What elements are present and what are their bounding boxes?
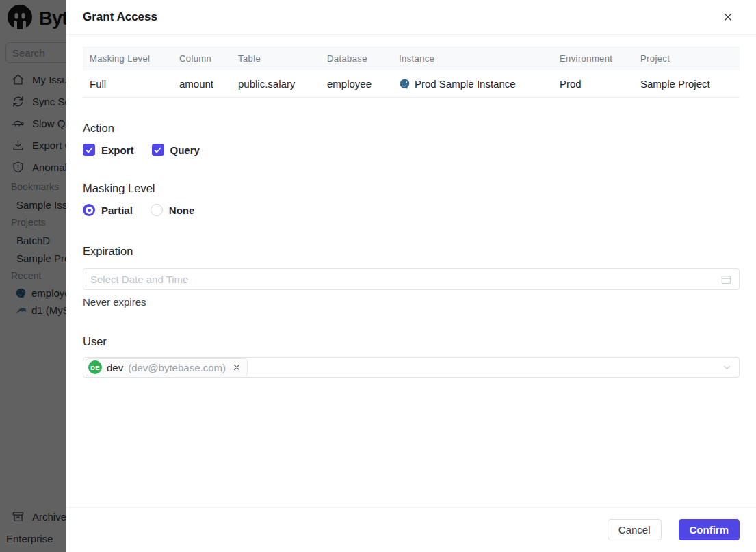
col-table: Table	[230, 47, 319, 70]
cell-masking-level: Full	[83, 70, 171, 98]
col-database: Database	[319, 47, 391, 70]
modal-footer: Cancel Confirm	[66, 507, 756, 552]
postgresql-icon	[399, 78, 410, 90]
expiration-date-input[interactable]	[83, 268, 740, 290]
user-select[interactable]: DE dev (dev@bytebase.com)	[83, 357, 740, 378]
col-project: Project	[632, 47, 740, 70]
modal-header: Grant Access	[66, 0, 756, 35]
date-time-field[interactable]	[90, 274, 720, 285]
col-environment: Environment	[551, 47, 632, 70]
user-heading: User	[83, 335, 740, 348]
export-checkbox[interactable]: Export	[83, 144, 134, 156]
checkbox-checked-icon	[83, 144, 95, 156]
partial-radio[interactable]: Partial	[83, 204, 133, 216]
cell-column: amount	[171, 70, 230, 98]
modal-title: Grant Access	[83, 10, 157, 24]
action-options: Export Query	[83, 144, 740, 156]
remove-user-icon[interactable]	[232, 363, 242, 372]
confirm-button[interactable]: Confirm	[679, 519, 740, 540]
table-row: Full amount public.salary employee Prod …	[83, 70, 740, 98]
never-expires-note: Never expires	[83, 296, 740, 308]
col-column: Column	[171, 47, 230, 70]
checkbox-checked-icon	[152, 144, 164, 156]
radio-checked-icon	[83, 204, 95, 216]
query-checkbox[interactable]: Query	[152, 144, 200, 156]
cancel-button[interactable]: Cancel	[608, 519, 662, 540]
cell-table: public.salary	[230, 70, 319, 98]
cell-environment: Prod	[551, 70, 632, 98]
chevron-down-icon[interactable]	[722, 363, 732, 373]
expiration-heading: Expiration	[83, 245, 740, 258]
modal-body: Masking Level Column Table Database Inst…	[66, 35, 756, 507]
user-name: dev	[107, 362, 123, 373]
masking-items-table: Masking Level Column Table Database Inst…	[83, 47, 740, 98]
none-radio[interactable]: None	[151, 204, 195, 216]
user-tag: DE dev (dev@bytebase.com)	[86, 358, 248, 376]
masking-level-heading: Masking Level	[83, 182, 740, 195]
avatar: DE	[88, 360, 102, 374]
cell-instance: Prod Sample Instance	[391, 70, 551, 98]
col-instance: Instance	[391, 47, 551, 70]
close-icon[interactable]	[720, 10, 735, 25]
cell-database: employee	[319, 70, 391, 98]
calendar-icon	[720, 274, 732, 285]
action-heading: Action	[83, 122, 740, 135]
grant-access-modal: Grant Access Masking Level Column Table …	[66, 0, 756, 552]
cell-project: Sample Project	[632, 70, 740, 98]
masking-level-options: Partial None	[83, 204, 740, 216]
radio-unchecked-icon	[151, 204, 163, 216]
table-header-row: Masking Level Column Table Database Inst…	[83, 47, 740, 70]
user-email: (dev@bytebase.com)	[128, 362, 226, 373]
col-masking-level: Masking Level	[83, 47, 171, 70]
